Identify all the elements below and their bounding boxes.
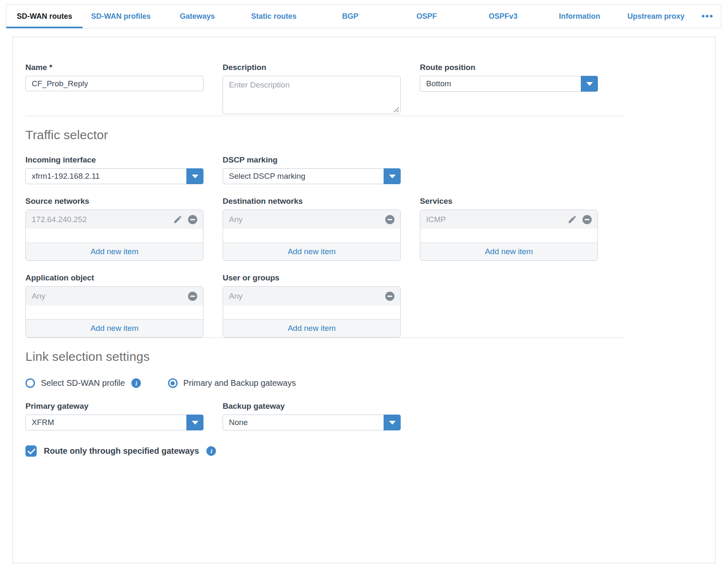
source-network-value: 172.64.240.252 <box>32 215 87 224</box>
chevron-down-icon <box>389 421 396 425</box>
svg-text:i: i <box>211 448 213 455</box>
list-item: ICMP <box>420 210 597 229</box>
link-selection-heading: Link selection settings <box>25 350 703 364</box>
user-or-groups-group: User or groups Any Add new item <box>223 273 401 338</box>
name-input[interactable] <box>25 76 203 91</box>
application-object-listbox: Any Add new item <box>25 286 203 338</box>
radio-sdwan-profile-label: Select SD-WAN profile <box>41 378 125 388</box>
incoming-interface-value: xfrm1-192.168.2.11 <box>32 172 100 181</box>
listbox-filler <box>26 305 203 319</box>
list-item: 172.64.240.252 <box>26 210 203 229</box>
info-icon[interactable]: i <box>206 446 216 456</box>
networks-services-row: Source networks 172.64.240.252 Add new i… <box>25 197 703 261</box>
dscp-marking-value: Select DSCP marking <box>229 172 305 181</box>
application-object-group: Application object Any Add new item <box>25 273 203 338</box>
tab-information[interactable]: Information <box>541 5 618 28</box>
more-tabs-icon[interactable]: ••• <box>694 5 721 28</box>
radio-primary-backup-label: Primary and Backup gateways <box>183 378 296 388</box>
section-divider <box>25 338 624 338</box>
radio-option-primary-backup[interactable]: Primary and Backup gateways <box>168 378 296 388</box>
description-input[interactable] <box>223 76 401 114</box>
add-new-item-button[interactable]: Add new item <box>26 242 203 260</box>
edit-icon[interactable] <box>567 215 577 224</box>
listbox-filler <box>26 229 203 242</box>
edit-icon[interactable] <box>173 215 183 224</box>
remove-icon[interactable] <box>188 215 198 225</box>
primary-gateway-dropdown-button[interactable] <box>186 415 203 430</box>
description-label: Description <box>223 63 401 72</box>
incoming-interface-label: Incoming interface <box>25 155 203 165</box>
add-new-item-button[interactable]: Add new item <box>223 242 400 260</box>
user-or-groups-value: Any <box>229 292 243 301</box>
primary-gateway-select[interactable]: XFRM <box>25 415 203 430</box>
add-new-item-button[interactable]: Add new item <box>420 242 597 260</box>
gateways-row: Primary gateway XFRM Backup gateway None <box>25 402 703 430</box>
chevron-down-icon <box>586 82 593 86</box>
primary-gateway-value: XFRM <box>32 418 54 427</box>
dscp-marking-dropdown-button[interactable] <box>384 168 401 184</box>
remove-icon[interactable] <box>582 215 592 225</box>
chevron-down-icon <box>389 175 396 178</box>
remove-icon[interactable] <box>385 215 395 225</box>
tab-ospfv3[interactable]: OSPFv3 <box>465 5 541 28</box>
destination-networks-group: Destination networks Any Add new item <box>223 197 401 261</box>
services-label: Services <box>420 197 598 206</box>
backup-gateway-dropdown-button[interactable] <box>384 415 401 430</box>
add-new-item-button[interactable]: Add new item <box>26 319 203 337</box>
route-position-select[interactable]: Bottom <box>420 76 598 92</box>
listbox-filler <box>223 229 400 242</box>
sdwan-route-form-card: Name * Description Route position Bottom… <box>13 37 715 563</box>
tab-ospf[interactable]: OSPF <box>389 5 465 28</box>
service-value: ICMP <box>426 215 446 224</box>
remove-icon[interactable] <box>385 291 395 301</box>
tab-sdwan-profiles[interactable]: SD-WAN profiles <box>83 5 159 28</box>
listbox-filler <box>223 305 400 319</box>
route-position-field-group: Route position Bottom <box>420 63 598 92</box>
tab-bgp[interactable]: BGP <box>312 5 388 28</box>
description-field-group: Description <box>223 63 401 116</box>
add-new-item-button[interactable]: Add new item <box>223 319 400 337</box>
application-object-value: Any <box>32 292 45 301</box>
incoming-interface-select[interactable]: xfrm1-192.168.2.11 <box>25 168 203 184</box>
user-or-groups-listbox: Any Add new item <box>223 286 401 338</box>
checkbox-checked-icon[interactable] <box>25 445 37 457</box>
tab-upstream-proxy[interactable]: Upstream proxy <box>618 5 694 28</box>
incoming-interface-field-group: Incoming interface xfrm1-192.168.2.11 <box>25 155 203 184</box>
name-field-group: Name * <box>25 63 203 91</box>
remove-icon[interactable] <box>188 291 198 301</box>
dscp-field-group: DSCP marking Select DSCP marking <box>223 155 401 184</box>
primary-gateway-group: Primary gateway XFRM <box>25 402 203 430</box>
list-item: Any <box>223 287 400 305</box>
route-only-checkbox-row: Route only through specified gateways i <box>25 445 703 457</box>
list-item: Any <box>26 287 203 305</box>
backup-gateway-select[interactable]: None <box>223 415 401 430</box>
listbox-filler <box>420 229 597 242</box>
source-networks-group: Source networks 172.64.240.252 Add new i… <box>25 197 203 261</box>
traffic-selector-heading: Traffic selector <box>25 128 703 142</box>
tab-static-routes[interactable]: Static routes <box>236 5 312 28</box>
general-settings-row: Name * Description Route position Bottom <box>25 63 703 116</box>
radio-unchecked-icon[interactable] <box>25 378 35 388</box>
backup-gateway-value: None <box>229 418 248 427</box>
tab-gateways[interactable]: Gateways <box>159 5 236 28</box>
dscp-marking-select[interactable]: Select DSCP marking <box>223 168 401 184</box>
services-listbox: ICMP Add new item <box>420 210 598 261</box>
route-only-checkbox-label: Route only through specified gateways <box>44 446 199 456</box>
info-icon[interactable]: i <box>131 378 141 388</box>
application-object-label: Application object <box>25 273 203 282</box>
route-position-label: Route position <box>420 63 598 72</box>
user-or-groups-label: User or groups <box>223 273 401 282</box>
radio-option-sdwan-profile[interactable]: Select SD-WAN profile i <box>25 378 141 388</box>
tab-sdwan-routes[interactable]: SD-WAN routes <box>6 5 83 28</box>
incoming-interface-dropdown-button[interactable] <box>186 168 203 184</box>
primary-gateway-label: Primary gateway <box>25 402 203 411</box>
backup-gateway-group: Backup gateway None <box>223 402 401 430</box>
destination-networks-label: Destination networks <box>223 197 401 206</box>
services-group: Services ICMP Add new item <box>420 197 598 261</box>
dscp-marking-label: DSCP marking <box>223 155 401 165</box>
application-users-row: Application object Any Add new item User… <box>25 273 703 338</box>
source-networks-listbox: 172.64.240.252 Add new item <box>25 210 203 261</box>
radio-checked-icon[interactable] <box>168 378 178 388</box>
route-position-dropdown-button[interactable] <box>581 76 598 92</box>
section-divider <box>25 116 624 116</box>
